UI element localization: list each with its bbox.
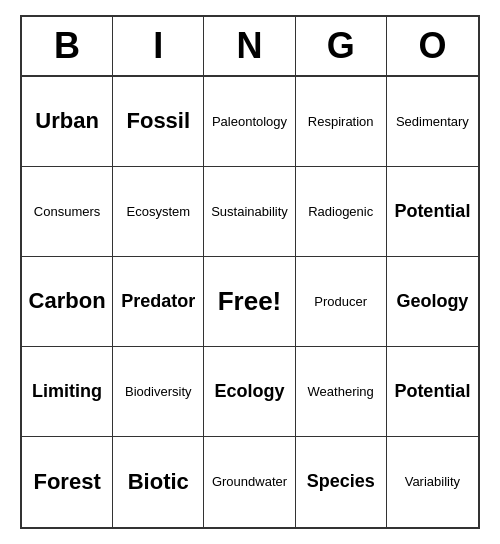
cell-text: Paleontology bbox=[212, 114, 287, 130]
cell-text: Producer bbox=[314, 294, 367, 310]
bingo-cell-r1-c4: Potential bbox=[387, 167, 478, 257]
bingo-cell-r0-c2: Paleontology bbox=[204, 77, 295, 167]
bingo-cell-r4-c4: Variability bbox=[387, 437, 478, 527]
cell-text: Variability bbox=[405, 474, 460, 490]
bingo-cell-r3-c0: Limiting bbox=[22, 347, 113, 437]
bingo-cell-r0-c1: Fossil bbox=[113, 77, 204, 167]
bingo-cell-r0-c3: Respiration bbox=[296, 77, 387, 167]
bingo-cell-r2-c2: Free! bbox=[204, 257, 295, 347]
cell-text: Sustainability bbox=[211, 204, 288, 220]
bingo-cell-r2-c1: Predator bbox=[113, 257, 204, 347]
cell-text: Potential bbox=[394, 381, 470, 403]
cell-text: Predator bbox=[121, 291, 195, 313]
bingo-cell-r1-c1: Ecosystem bbox=[113, 167, 204, 257]
header-letter: O bbox=[387, 17, 478, 75]
cell-text: Respiration bbox=[308, 114, 374, 130]
cell-text: Geology bbox=[396, 291, 468, 313]
bingo-cell-r4-c3: Species bbox=[296, 437, 387, 527]
cell-text: Potential bbox=[394, 201, 470, 223]
bingo-cell-r4-c2: Groundwater bbox=[204, 437, 295, 527]
bingo-cell-r1-c0: Consumers bbox=[22, 167, 113, 257]
bingo-cell-r3-c1: Biodiversity bbox=[113, 347, 204, 437]
bingo-cell-r0-c4: Sedimentary bbox=[387, 77, 478, 167]
cell-text: Species bbox=[307, 471, 375, 493]
bingo-cell-r1-c3: Radiogenic bbox=[296, 167, 387, 257]
cell-text: Sedimentary bbox=[396, 114, 469, 130]
cell-text: Ecology bbox=[214, 381, 284, 403]
bingo-cell-r1-c2: Sustainability bbox=[204, 167, 295, 257]
cell-text: Forest bbox=[33, 469, 100, 495]
bingo-card: BINGO UrbanFossilPaleontologyRespiration… bbox=[20, 15, 480, 529]
cell-text: Fossil bbox=[127, 108, 191, 134]
header-letter: I bbox=[113, 17, 204, 75]
bingo-cell-r4-c1: Biotic bbox=[113, 437, 204, 527]
bingo-cell-r3-c4: Potential bbox=[387, 347, 478, 437]
cell-text: Biodiversity bbox=[125, 384, 191, 400]
cell-text: Biotic bbox=[128, 469, 189, 495]
bingo-cell-r3-c2: Ecology bbox=[204, 347, 295, 437]
bingo-cell-r2-c0: Carbon bbox=[22, 257, 113, 347]
cell-text: Ecosystem bbox=[127, 204, 191, 220]
cell-text: Groundwater bbox=[212, 474, 287, 490]
cell-text: Limiting bbox=[32, 381, 102, 403]
cell-text: Free! bbox=[218, 286, 282, 317]
cell-text: Weathering bbox=[308, 384, 374, 400]
bingo-grid: UrbanFossilPaleontologyRespirationSedime… bbox=[22, 77, 478, 527]
bingo-header: BINGO bbox=[22, 17, 478, 77]
header-letter: N bbox=[204, 17, 295, 75]
cell-text: Urban bbox=[35, 108, 99, 134]
bingo-cell-r3-c3: Weathering bbox=[296, 347, 387, 437]
cell-text: Carbon bbox=[29, 288, 106, 314]
bingo-cell-r2-c3: Producer bbox=[296, 257, 387, 347]
bingo-cell-r0-c0: Urban bbox=[22, 77, 113, 167]
bingo-cell-r4-c0: Forest bbox=[22, 437, 113, 527]
bingo-cell-r2-c4: Geology bbox=[387, 257, 478, 347]
header-letter: B bbox=[22, 17, 113, 75]
cell-text: Consumers bbox=[34, 204, 100, 220]
header-letter: G bbox=[296, 17, 387, 75]
cell-text: Radiogenic bbox=[308, 204, 373, 220]
